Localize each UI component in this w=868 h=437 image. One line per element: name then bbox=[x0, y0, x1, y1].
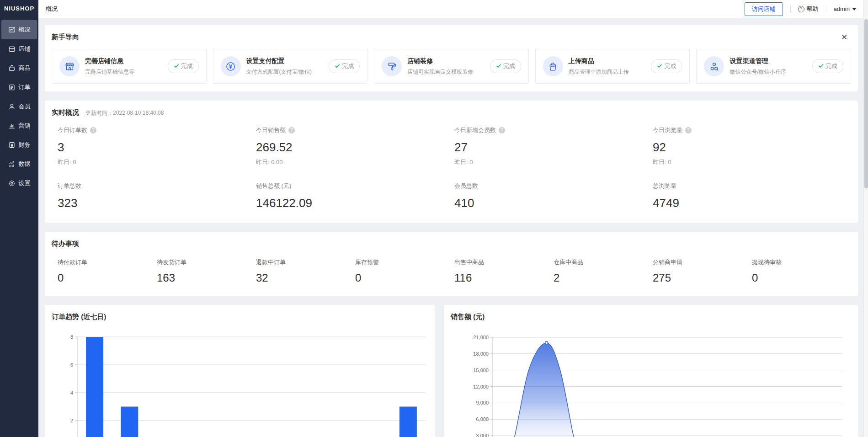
stat-cell: 今日新增会员数?27昨日: 0 bbox=[454, 126, 653, 166]
order-trend-title: 订单趋势 (近七日) bbox=[52, 313, 428, 321]
done-badge: 完成 bbox=[651, 59, 682, 73]
visit-shop-button[interactable]: 访问店铺 bbox=[745, 2, 783, 16]
guide-card[interactable]: 设置渠道管理微信公众号/微信小程序完成 bbox=[696, 49, 851, 84]
realtime-title: 实时概况 bbox=[52, 108, 79, 117]
svg-text:6: 6 bbox=[70, 362, 73, 368]
guide-card-desc: 店铺可实现自定义模板装修 bbox=[407, 68, 485, 76]
guide-card-title: 设置支付配置 bbox=[246, 57, 324, 65]
done-badge: 完成 bbox=[490, 59, 521, 73]
check-icon bbox=[818, 63, 824, 70]
guide-card-desc: 商品管理中添加商品上传 bbox=[569, 68, 646, 76]
order-trend-card: 订单趋势 (近七日) 2468 bbox=[45, 305, 435, 437]
todo-value: 0 bbox=[355, 272, 454, 284]
stat-value: 323 bbox=[58, 196, 256, 210]
sidebar-item-label: 订单 bbox=[19, 83, 31, 91]
todo-card: 待办事项 待付款订单0待发货订单163退款中订单32库存预警0出售中商品116仓… bbox=[45, 232, 858, 296]
channels-icon bbox=[704, 56, 724, 76]
chevron-down-icon bbox=[852, 8, 856, 11]
sidebar-item-label: 财务 bbox=[19, 141, 31, 149]
finance-icon bbox=[8, 141, 16, 149]
help-icon[interactable]: ? bbox=[685, 127, 692, 133]
guide-card[interactable]: 设置支付配置支付方式配置(支付宝/微信)完成 bbox=[213, 49, 368, 84]
todo-cell[interactable]: 待付款订单0 bbox=[58, 258, 157, 284]
topbar: 概况 访问店铺 ? 帮助 admin bbox=[38, 0, 868, 18]
help-icon[interactable]: ? bbox=[499, 127, 505, 133]
svg-text:18,000: 18,000 bbox=[473, 351, 489, 357]
todo-cell[interactable]: 库存预警0 bbox=[355, 258, 454, 284]
stat-cell: 会员总数410 bbox=[454, 182, 653, 210]
check-icon bbox=[174, 63, 179, 70]
help-button[interactable]: ? 帮助 bbox=[798, 5, 819, 13]
todo-label: 待发货订单 bbox=[157, 258, 256, 266]
help-icon[interactable]: ? bbox=[90, 127, 96, 133]
todo-cell[interactable]: 待发货订单163 bbox=[157, 258, 256, 284]
todo-cell[interactable]: 提现待审核0 bbox=[752, 258, 851, 284]
sidebar-item-order[interactable]: 订单 bbox=[1, 78, 37, 97]
yen-circle-icon bbox=[221, 56, 241, 76]
guide-card[interactable]: 店铺装修店铺可实现自定义模板装修完成 bbox=[374, 49, 529, 84]
guide-card-title: 上传商品 bbox=[569, 57, 646, 65]
update-time: 更新时间：2022-08-10 18:40:08 bbox=[85, 109, 164, 117]
guide-card-desc: 完善店铺基础信息等 bbox=[85, 68, 162, 76]
order-trend-chart: 2468 bbox=[52, 329, 428, 437]
help-icon[interactable]: ? bbox=[288, 127, 295, 133]
data-icon bbox=[8, 160, 16, 168]
sidebar-item-data[interactable]: 数据 bbox=[1, 155, 37, 174]
stat-cell: 订单总数323 bbox=[58, 182, 256, 210]
guide-card[interactable]: 完善店铺信息完善店铺基础信息等完成 bbox=[52, 49, 207, 84]
sidebar-item-overview[interactable]: 概况 bbox=[1, 20, 37, 39]
todo-value: 0 bbox=[58, 272, 157, 284]
stat-label: 订单总数 bbox=[58, 182, 256, 190]
vertical-scrollbar[interactable] bbox=[863, 0, 868, 437]
user-menu[interactable]: admin bbox=[834, 5, 856, 12]
svg-text:4: 4 bbox=[70, 390, 73, 395]
content: 新手导向 ✕ 完善店铺信息完善店铺基础信息等完成设置支付配置支付方式配置(支付宝… bbox=[38, 18, 868, 437]
check-icon bbox=[335, 63, 340, 70]
settings-icon bbox=[8, 180, 16, 187]
stat-label: 会员总数 bbox=[454, 182, 653, 190]
sidebar-item-goods[interactable]: 商品 bbox=[1, 59, 37, 78]
todo-label: 提现待审核 bbox=[752, 258, 851, 266]
guide-card-desc: 微信公众号/微信小程序 bbox=[730, 68, 807, 76]
todo-cell[interactable]: 仓库中商品2 bbox=[554, 258, 653, 284]
help-icon: ? bbox=[798, 6, 804, 12]
todo-cell[interactable]: 退款中订单32 bbox=[256, 258, 355, 284]
stat-label: 今日订单数? bbox=[58, 126, 256, 134]
username: admin bbox=[834, 5, 850, 12]
stat-cell: 今日订单数?3昨日: 0 bbox=[58, 126, 256, 166]
stat-value: 3 bbox=[58, 140, 256, 155]
sidebar-item-finance[interactable]: 财务 bbox=[1, 135, 37, 155]
stat-value: 27 bbox=[454, 140, 653, 155]
svg-text:15,000: 15,000 bbox=[473, 368, 489, 373]
sidebar-item-marketing[interactable]: 营销 bbox=[1, 116, 37, 135]
app-logo: NIUSHOP bbox=[0, 0, 38, 12]
sidebar: NIUSHOP 概况店铺商品订单会员营销财务数据设置 bbox=[0, 0, 38, 437]
stat-cell: 总浏览量4749 bbox=[653, 182, 851, 210]
todo-cell[interactable]: 出售中商品116 bbox=[454, 258, 554, 284]
sidebar-item-label: 商品 bbox=[19, 64, 31, 72]
stat-value: 4749 bbox=[653, 196, 851, 210]
sidebar-item-settings[interactable]: 设置 bbox=[1, 174, 37, 193]
todo-value: 275 bbox=[653, 272, 752, 284]
scrollbar-thumb[interactable] bbox=[864, 19, 868, 188]
stat-yesterday: 昨日: 0.00 bbox=[256, 158, 454, 166]
sidebar-item-label: 营销 bbox=[19, 122, 31, 130]
main-area: 概况 访问店铺 ? 帮助 admin 新手导向 ✕ 完善店铺信息完善店铺基础信息… bbox=[38, 0, 868, 437]
storefront-icon bbox=[59, 56, 80, 76]
stat-yesterday: 昨日: 0 bbox=[653, 158, 851, 166]
todo-value: 163 bbox=[157, 272, 256, 284]
sidebar-item-label: 店铺 bbox=[19, 45, 31, 53]
marketing-icon bbox=[8, 122, 16, 129]
sidebar-item-shop[interactable]: 店铺 bbox=[1, 39, 37, 59]
sidebar-item-member[interactable]: 会员 bbox=[1, 97, 37, 116]
guide-card-desc: 支付方式配置(支付宝/微信) bbox=[246, 68, 324, 76]
todo-cell[interactable]: 分销商申请275 bbox=[653, 258, 752, 284]
sales-chart: 21,00018,00015,00012,0009,0006,0003,000 bbox=[451, 329, 851, 437]
guide-card[interactable]: 上传商品商品管理中添加商品上传完成 bbox=[535, 49, 690, 84]
sidebar-item-label: 概况 bbox=[19, 26, 31, 34]
order-icon bbox=[8, 84, 16, 91]
todo-grid: 待付款订单0待发货订单163退款中订单32库存预警0出售中商品116仓库中商品2… bbox=[52, 258, 851, 288]
close-icon[interactable]: ✕ bbox=[841, 34, 847, 41]
sales-card: 销售额 (元) 21,00018,00015,00012,0009,0006,0… bbox=[444, 305, 858, 437]
stat-value: 269.52 bbox=[256, 140, 454, 155]
